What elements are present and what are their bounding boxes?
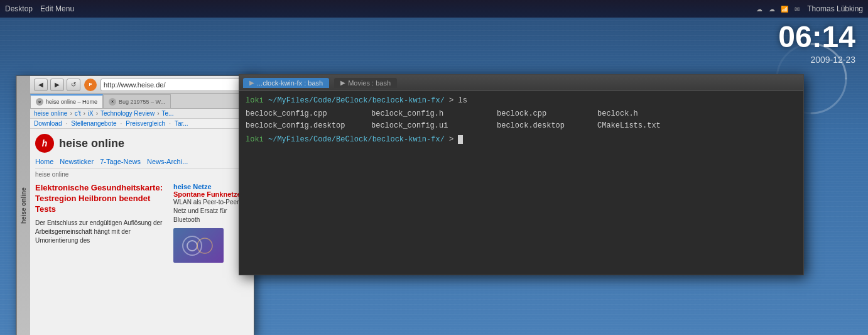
file-2: beclock_config.h (371, 108, 497, 120)
breadcrumb-ct[interactable]: c't (75, 110, 81, 117)
breadcrumb-toolbar: heise online › c't › iX › Technology Rev… (30, 109, 254, 119)
forward-button[interactable]: ▶ (50, 79, 64, 91)
terminal-cursor (458, 135, 463, 144)
terminal-prompt-2: loki (246, 135, 264, 144)
browser-titlebar: ◀ ▶ ↺ F http://www.heise.de/ (30, 76, 254, 94)
terminal-titlebar: ▶ ...clock-kwin-fx : bash ▶ Movies : bas… (239, 75, 803, 91)
tab-close-2[interactable]: × (109, 98, 116, 106)
cloud2-icon: ☁ (767, 4, 777, 14)
svg-point-2 (187, 241, 197, 251)
tab-label-1: heise online – Home (46, 99, 97, 105)
desktop-menu[interactable]: Desktop (5, 4, 33, 13)
taskbar-left: Desktop Edit Menu (5, 4, 74, 13)
link-stellenangebote[interactable]: Stellenangebote (71, 120, 116, 127)
file-4: beclock.h (597, 108, 679, 120)
article-col-main: Elektronische Gesundheitskarte: Testregi… (35, 183, 168, 263)
terminal-path-1: ~/MyFiles/Code/BeClock/beclock-kwin-fx/ (268, 96, 445, 105)
mail-icon: ✉ (792, 4, 802, 14)
terminal-tab-label-1: ...clock-kwin-fx : bash (257, 79, 323, 87)
file-8: CMakeLists.txt (597, 120, 679, 132)
terminal-cmd-1: ls (458, 96, 467, 105)
terminal-prompt-1: loki (246, 96, 264, 105)
reload-button[interactable]: ↺ (67, 79, 80, 91)
article-body: Der Entschluss zur endgültigen Auflösung… (35, 219, 168, 245)
svg-point-3 (197, 238, 212, 253)
edit-menu[interactable]: Edit Menu (40, 4, 74, 13)
browser-window: heise online ◀ ▶ ↺ F http://www.heise.de… (16, 75, 254, 335)
heise-logo: h heise online (35, 134, 249, 153)
nav-newsarchi[interactable]: News-Archi... (147, 158, 188, 165)
file-3: beclock.cpp (497, 108, 597, 120)
breadcrumb-heise[interactable]: heise online (34, 110, 67, 117)
terminal-tab-active[interactable]: ▶ ...clock-kwin-fx : bash (243, 78, 329, 88)
tab-bug[interactable]: × Bug 219755 – W... (103, 94, 171, 108)
nav-home[interactable]: Home (35, 158, 53, 165)
signal-icon: 📶 (779, 4, 789, 14)
article-columns: Elektronische Gesundheitskarte: Testregi… (35, 183, 249, 263)
browser-side-label: heise online (16, 76, 30, 335)
breadcrumb-ix[interactable]: iX (88, 110, 94, 117)
article-image (173, 228, 224, 263)
heise-logo-text: heise online (59, 137, 124, 150)
article-col-subtitle: Spontane Funknetze (173, 190, 249, 198)
article-col-text: WLAN als Peer-to-Peer-Netz und Ersatz fü… (173, 198, 249, 224)
username: Thomas Lübking (807, 4, 863, 13)
url-bar[interactable]: http://www.heise.de/ (100, 79, 250, 91)
article-title: Elektronische Gesundheitskarte: Testregi… (35, 183, 168, 215)
article-col-title: heise Netze (173, 183, 249, 190)
tab-label-2: Bug 219755 – W... (119, 99, 165, 105)
site-breadcrumb: heise online (35, 171, 249, 178)
breadcrumb-te[interactable]: Te... (162, 110, 174, 117)
breadcrumb-techreview[interactable]: Technology Review (100, 110, 155, 117)
browser-tabs: × heise online – Home × Bug 219755 – W..… (30, 94, 254, 109)
heise-logo-icon: h (35, 134, 54, 153)
tray-icons: ☁ ☁ 📶 ✉ (754, 4, 802, 14)
breadcrumb: heise online › c't › iX › Technology Rev… (34, 110, 173, 117)
nav-7tage[interactable]: 7-Tage-News (100, 158, 141, 165)
terminal-line-2: loki ~/MyFiles/Code/BeClock/beclock-kwin… (246, 134, 797, 146)
terminal-tab-icon-2: ▶ (340, 79, 345, 86)
taskbar: Desktop Edit Menu ☁ ☁ 📶 ✉ Thomas Lübking (0, 0, 868, 18)
tab-close-1[interactable]: × (36, 98, 43, 106)
terminal-tab-label-2: Movies : bash (348, 79, 391, 87)
taskbar-right: ☁ ☁ 📶 ✉ Thomas Lübking (754, 4, 863, 14)
terminal-line-1: loki ~/MyFiles/Code/BeClock/beclock-kwin… (246, 95, 797, 107)
link-tar[interactable]: Tar... (175, 120, 188, 127)
nav-newsticker[interactable]: Newsticker (60, 158, 94, 165)
terminal-content: loki ~/MyFiles/Code/BeClock/beclock-kwin… (239, 91, 803, 275)
terminal-path-2: ~/MyFiles/Code/BeClock/beclock-kwin-fx/ (268, 135, 445, 144)
site-nav: Home Newsticker 7-Tage-News News-Archi..… (35, 158, 249, 168)
file-listing: beclock_config.cpp beclock_config.h becl… (246, 108, 797, 132)
link-download[interactable]: Download (34, 120, 62, 127)
terminal-window: ▶ ...clock-kwin-fx : bash ▶ Movies : bas… (239, 74, 804, 275)
file-5: beclock_config.desktop (246, 120, 371, 132)
tab-heise-home[interactable]: × heise online – Home (30, 94, 103, 108)
browser-links: Download · Stellenangebote · Preisvergle… (30, 119, 254, 129)
clock-widget: 06:14 2009-12-23 (778, 22, 855, 65)
file-1: beclock_config.cpp (246, 108, 371, 120)
terminal-tab-inactive[interactable]: ▶ Movies : bash (334, 78, 397, 88)
back-button[interactable]: ◀ (34, 79, 48, 91)
site-content: h heise online Home Newsticker 7-Tage-Ne… (30, 129, 254, 268)
file-7: beclock.desktop (497, 120, 597, 132)
browser-logo: F (84, 79, 97, 91)
article-col-side: heise Netze Spontane Funknetze WLAN als … (173, 183, 249, 263)
link-preisvergleich[interactable]: Preisvergleich (126, 120, 165, 127)
file-6: beclock_config.ui (371, 120, 497, 132)
terminal-tab-icon-1: ▶ (249, 79, 254, 86)
svg-point-1 (183, 236, 202, 255)
cloud1-icon: ☁ (754, 4, 764, 14)
